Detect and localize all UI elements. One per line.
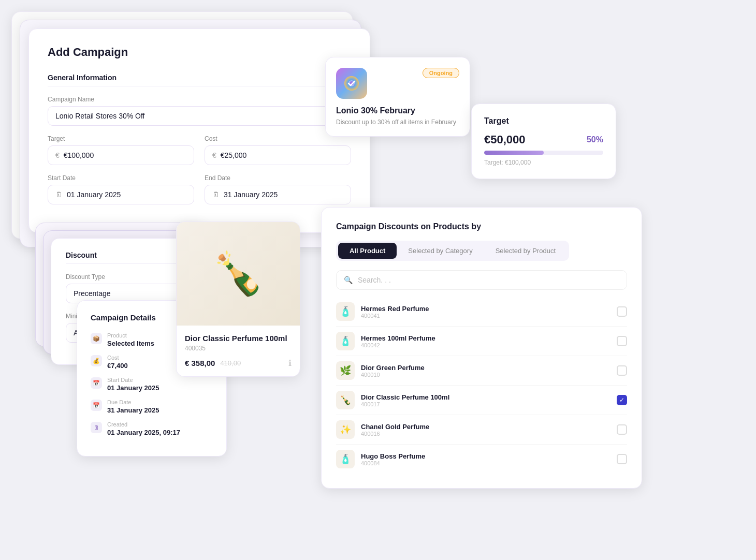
product-list-name-2: Dior Green Perfume [361, 364, 610, 372]
tab-selected-by-category[interactable]: Selected by Category [397, 243, 484, 259]
detail-start-date: 📅 Start Date 01 January 2025 [91, 377, 213, 392]
start-date-value: 01 January 2025 [67, 190, 121, 199]
product-icon: 📦 [91, 333, 102, 344]
product-list-code-1: 400042 [361, 342, 610, 348]
checkbox-1[interactable] [617, 336, 627, 346]
target-card: Target €50,000 50% Target: €100,000 [471, 104, 616, 179]
detail-due-info: Due Date 31 January 2025 [107, 399, 159, 414]
product-info-icon: ℹ [288, 358, 292, 368]
checkbox-3[interactable]: ✓ [617, 395, 627, 405]
product-list-name-0: Hermes Red Perfume [361, 305, 610, 313]
checkbox-0[interactable] [617, 306, 627, 317]
search-bar[interactable]: 🔍 Search. . . [336, 270, 627, 290]
detail-start-info: Start Date 01 January 2025 [107, 377, 159, 392]
target-amount-row: €50,000 50% [484, 133, 603, 146]
target-card-title: Target [484, 116, 603, 126]
product-name: Dior Classic Perfume 100ml [185, 334, 292, 343]
product-price-current: € 358,00 [185, 359, 215, 367]
list-item: 🧴 Hermes 100ml Perfume 400042 [336, 327, 627, 356]
start-date-input[interactable]: 🗓 01 January 2025 [48, 185, 194, 204]
cost-input[interactable]: € €25,000 [205, 145, 351, 165]
target-euro: € [55, 151, 60, 159]
list-item: 🧴 Hugo Boss Perfume 400084 [336, 445, 627, 474]
product-list-info-3: Dior Classic Perfume 100ml 400017 [361, 393, 610, 407]
product-list-code-2: 400010 [361, 372, 610, 378]
target-label: Target: €100,000 [484, 159, 603, 166]
target-group: Target € €100,000 [48, 135, 194, 165]
cost-icon: 💰 [91, 355, 102, 366]
svg-point-0 [344, 76, 359, 91]
checkbox-2[interactable] [617, 365, 627, 376]
list-item: 🌿 Dior Green Perfume 400010 [336, 356, 627, 386]
ongoing-card: Ongoing Lonio 30% February Discount up t… [325, 57, 470, 137]
product-list-info-4: Chanel Gold Perfume 400016 [361, 423, 610, 437]
product-thumb-4: ✨ [336, 420, 355, 439]
end-date-input[interactable]: 🗓 31 January 2025 [205, 185, 351, 204]
product-list-name-4: Chanel Gold Perfume [361, 423, 610, 431]
target-cost-row: Target € €100,000 Cost € €25,000 [48, 135, 351, 174]
product-list-name-5: Hugo Boss Perfume [361, 452, 610, 460]
product-list-code-0: 400041 [361, 313, 610, 319]
detail-cost-label: Cost [107, 355, 128, 361]
ongoing-description: Discount up to 30% off all items in Febr… [336, 119, 459, 126]
end-date-value: 31 January 2025 [224, 190, 278, 199]
product-list-info-5: Hugo Boss Perfume 400084 [361, 452, 610, 466]
list-item: 🧴 Hermes Red Perfume 400041 [336, 297, 627, 327]
campaign-name-input[interactable]: Lonio Retail Stores 30% Off [48, 106, 351, 126]
checkbox-4[interactable] [617, 424, 627, 435]
end-date-group: End Date 🗓 31 January 2025 [205, 174, 351, 204]
checkbox-5[interactable] [617, 454, 627, 464]
detail-created-info: Created 01 January 2025, 09:17 [107, 421, 180, 436]
product-thumb-0: 🧴 [336, 302, 355, 321]
campaign-name-label: Campaign Name [48, 96, 351, 103]
ongoing-header: Ongoing [336, 68, 459, 99]
cost-label: Cost [205, 135, 351, 142]
end-calendar-icon: 🗓 [212, 190, 220, 199]
target-value: €100,000 [64, 151, 94, 159]
due-date-icon: 📅 [91, 400, 102, 411]
discount-type-value: Precentage [74, 289, 111, 298]
start-date-icon: 📅 [91, 377, 102, 389]
detail-due-date: 📅 Due Date 31 January 2025 [91, 399, 213, 414]
product-list-code-5: 400084 [361, 460, 610, 466]
campaign-name-value: Lonio Retail Stores 30% Off [55, 112, 145, 120]
products-panel-card: Campaign Discounts on Products by All Pr… [321, 207, 642, 489]
start-date-label: Start Date [48, 174, 194, 182]
product-thumb-2: 🌿 [336, 361, 355, 380]
product-price-row: € 358,00 410,00 ℹ [185, 358, 292, 368]
product-list-info-2: Dior Green Perfume 400010 [361, 364, 610, 378]
product-list-info-1: Hermes 100ml Perfume 400042 [361, 334, 610, 348]
tab-selected-by-product[interactable]: Selected by Product [484, 243, 567, 259]
product-thumb-3: 🍾 [336, 391, 355, 409]
detail-cost-info: Cost €7,400 [107, 355, 128, 370]
add-campaign-card: Add Campaign General Information Campaig… [28, 28, 370, 233]
add-campaign-title: Add Campaign [48, 46, 351, 59]
product-price-old: 410,00 [220, 359, 241, 367]
cost-group: Cost € €25,000 [205, 135, 351, 165]
detail-due-value: 31 January 2025 [107, 406, 159, 414]
tabs-row: All Product Selected by Category Selecte… [336, 241, 569, 261]
ongoing-logo [336, 68, 367, 99]
products-panel-title: Campaign Discounts on Products by [336, 222, 627, 231]
target-label: Target [48, 135, 194, 142]
list-item: 🍾 Dior Classic Perfume 100ml 400017 ✓ [336, 386, 627, 415]
end-date-label: End Date [205, 174, 351, 182]
product-image: 🍾 [177, 222, 300, 326]
detail-created-value: 01 January 2025, 09:17 [107, 429, 180, 436]
created-icon: 🗓 [91, 422, 102, 433]
target-progress-fill [484, 151, 544, 155]
tab-all-product[interactable]: All Product [338, 243, 397, 259]
search-placeholder: Search. . . [358, 276, 391, 284]
product-list-code-4: 400016 [361, 431, 610, 437]
product-card: 🍾 Dior Classic Perfume 100ml 400035 € 35… [176, 222, 300, 377]
product-sku: 400035 [185, 345, 292, 352]
cost-value: €25,000 [221, 151, 247, 159]
detail-due-label: Due Date [107, 399, 159, 405]
target-input[interactable]: € €100,000 [48, 145, 194, 165]
product-info: Dior Classic Perfume 100ml 400035 € 358,… [177, 326, 300, 376]
start-date-group: Start Date 🗓 01 January 2025 [48, 174, 194, 204]
product-thumb-5: 🧴 [336, 450, 355, 468]
dates-row: Start Date 🗓 01 January 2025 End Date 🗓 … [48, 174, 351, 214]
list-item: ✨ Chanel Gold Perfume 400016 [336, 415, 627, 445]
target-progress-bar [484, 151, 603, 155]
